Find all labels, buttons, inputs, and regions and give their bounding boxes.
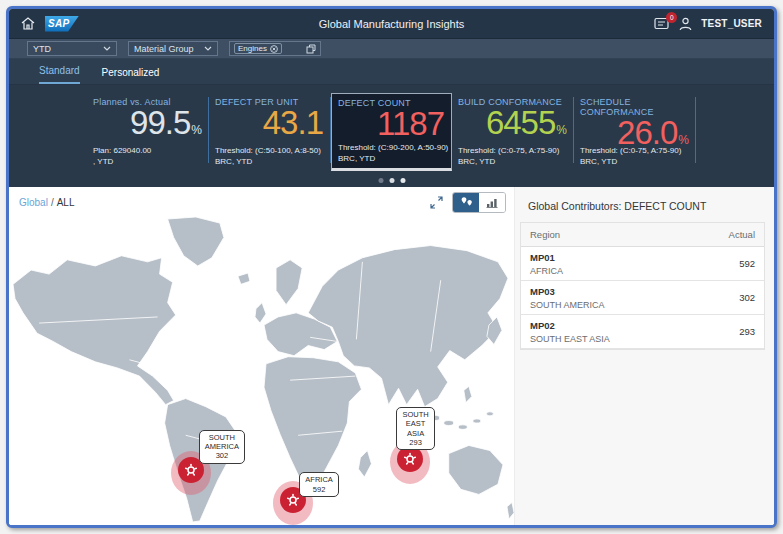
contributors-table: Region Actual MP01AFRICA 592 MP03SOUTH A… — [520, 222, 765, 350]
shell-header: SAP Global Manufacturing Insights 0 TEST… — [9, 9, 774, 39]
person-icon[interactable] — [679, 17, 692, 31]
chart-view-button[interactable] — [479, 193, 505, 212]
tile-subtitle: Threshold: (C:50-100, A:8-50)BRC, YTD — [215, 146, 321, 168]
table-row[interactable]: MP03SOUTH AMERICA 302 — [521, 281, 764, 315]
marker-label[interactable]: SOUTH AMERICA 302 — [199, 430, 245, 464]
full-screen-icon[interactable] — [430, 196, 443, 209]
material-group-select-value: Material Group — [134, 44, 194, 54]
tile-value: 43.1 — [215, 105, 324, 148]
chevron-down-icon — [103, 46, 111, 51]
map-view-button[interactable] — [453, 193, 479, 212]
contributors-title: Global Contributors: DEFECT COUNT — [528, 200, 765, 212]
tile-subtitle: Threshold: (C:0-75, A:75-90)BRC, YTD — [458, 146, 559, 168]
breadcrumb-current: ALL — [57, 197, 75, 208]
map-view-icon — [460, 196, 473, 208]
breadcrumb: Global/ALL — [19, 197, 74, 208]
world-map-svg — [9, 217, 514, 525]
view-switch — [452, 192, 506, 213]
shell-header-right: 0 TEST_USER — [654, 17, 774, 31]
tile-divider — [695, 97, 696, 163]
tile-subtitle: Threshold: (C:90-200, A:50-90)BRC, YTD — [338, 143, 448, 165]
kpi-tile-row: Planned vs. Actual 99.5% Plan: 629040.00… — [9, 85, 774, 187]
breadcrumb-global-link[interactable]: Global — [19, 197, 48, 208]
variant-tabs: Standard Personalized — [9, 59, 774, 85]
app-window: SAP Global Manufacturing Insights 0 TEST… — [6, 6, 777, 528]
user-name[interactable]: TEST_USER — [701, 18, 762, 29]
tile-subtitle: Threshold: (C:0-75, A:75-90)BRC, YTD — [580, 146, 681, 168]
remove-circle-icon[interactable] — [270, 45, 278, 53]
period-select-value: YTD — [33, 44, 51, 54]
token-label: Engines — [238, 44, 267, 53]
filter-bar: YTD Material Group Engines — [9, 39, 774, 59]
screenshot-root: SAP Global Manufacturing Insights 0 TEST… — [0, 0, 783, 534]
kpi-tile-defect-per-unit[interactable]: DEFECT PER UNIT 43.1 Threshold: (C:50-10… — [209, 93, 330, 171]
carousel-dot[interactable] — [400, 178, 405, 183]
table-header: Region Actual — [521, 223, 764, 247]
contributors-panel: Global Contributors: DEFECT COUNT Region… — [514, 187, 774, 525]
chevron-down-icon — [204, 46, 212, 51]
column-region: Region — [530, 229, 560, 240]
kpi-tile-defect-count[interactable]: DEFECT COUNT 1187 Threshold: (C:90-200, … — [331, 93, 452, 171]
table-row[interactable]: MP02SOUTH EAST ASIA 293 — [521, 315, 764, 349]
material-group-select[interactable]: Material Group — [128, 41, 218, 56]
map-panel: Global/ALL — [9, 187, 514, 525]
kpi-tile-schedule-conformance[interactable]: SCHEDULE CONFORMANCE 26.0% Threshold: (C… — [574, 93, 695, 171]
carousel-dot[interactable] — [378, 178, 383, 183]
kpi-tile-planned-vs-actual[interactable]: Planned vs. Actual 99.5% Plan: 629040.00… — [87, 93, 208, 171]
carousel-dots — [378, 178, 405, 183]
tile-value: 6455% — [458, 105, 567, 148]
tile-value: 99.5% — [93, 105, 202, 148]
table-row[interactable]: MP01AFRICA 592 — [521, 247, 764, 281]
notifications-icon[interactable]: 0 — [654, 17, 670, 30]
value-help-icon[interactable] — [306, 44, 316, 54]
content-area: Global/ALL — [9, 187, 774, 525]
period-select[interactable]: YTD — [27, 41, 117, 56]
tile-subtitle: Plan: 629040.00, YTD — [93, 146, 151, 168]
tab-standard[interactable]: Standard — [39, 65, 80, 84]
bar-chart-icon — [486, 197, 498, 208]
column-actual: Actual — [729, 229, 755, 240]
map-toolbar-actions — [430, 192, 506, 213]
kpi-tile-build-conformance[interactable]: BUILD CONFORMANCE 6455% Threshold: (C:0-… — [452, 93, 573, 171]
world-map[interactable]: SOUTH AMERICA 302 AFRICA 592 — [9, 217, 514, 525]
map-toolbar: Global/ALL — [9, 187, 514, 217]
marker-label[interactable]: SOUTH EAST ASIA 293 — [396, 407, 434, 451]
notification-badge: 0 — [666, 12, 677, 23]
tab-personalized[interactable]: Personalized — [102, 67, 160, 84]
marker-label[interactable]: AFRICA 592 — [299, 472, 339, 497]
filter-token-engines[interactable]: Engines — [234, 43, 282, 54]
carousel-dot[interactable] — [389, 178, 394, 183]
token-input-field[interactable]: Engines — [229, 41, 321, 56]
